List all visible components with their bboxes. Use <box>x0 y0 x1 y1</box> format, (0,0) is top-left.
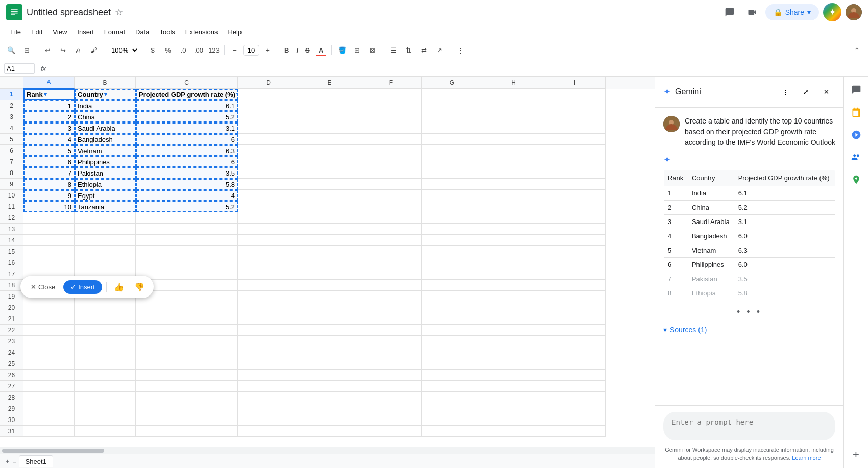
cell-d19[interactable] <box>238 291 299 302</box>
cell-b14[interactable] <box>75 235 136 246</box>
sheet-container[interactable]: A B C D E F G H I 1 Rank ▾ Country ▾ <box>0 77 655 447</box>
cell-i10[interactable] <box>544 190 606 201</box>
decrease-decimal-btn[interactable]: .0 <box>176 43 190 57</box>
sheets-menu-icon[interactable]: ≡ <box>13 457 17 465</box>
people-sidebar-btn[interactable] <box>847 148 865 166</box>
cell-d22[interactable] <box>238 325 299 336</box>
cell-c4[interactable]: 3.1 <box>136 122 238 134</box>
cell-i7[interactable] <box>544 156 606 167</box>
cell-h26[interactable] <box>483 370 544 381</box>
cell-f27[interactable] <box>360 381 422 392</box>
menu-help[interactable]: Help <box>224 26 246 38</box>
cell-d30[interactable] <box>238 414 299 426</box>
cell-h20[interactable] <box>483 302 544 313</box>
cell-d7[interactable] <box>238 156 299 167</box>
cell-f10[interactable] <box>360 190 422 201</box>
cell-h3[interactable] <box>483 111 544 122</box>
cell-a24[interactable] <box>23 347 75 358</box>
cell-g4[interactable] <box>422 122 483 134</box>
increase-font-btn[interactable]: + <box>260 43 275 57</box>
cell-d25[interactable] <box>238 358 299 370</box>
video-icon[interactable] <box>743 3 761 21</box>
cell-a20[interactable] <box>23 302 75 313</box>
cell-a4[interactable]: 3 <box>23 122 75 134</box>
cell-i9[interactable] <box>544 179 606 190</box>
cell-f22[interactable] <box>360 325 422 336</box>
col-header-h[interactable]: H <box>483 77 544 89</box>
star-icon[interactable]: ☆ <box>115 7 123 18</box>
cell-i23[interactable] <box>544 336 606 347</box>
cell-e11[interactable] <box>299 201 360 212</box>
cell-g12[interactable] <box>422 212 483 224</box>
cell-e30[interactable] <box>299 414 360 426</box>
cell-a5[interactable]: 4 <box>23 134 75 145</box>
cell-d31[interactable] <box>238 426 299 437</box>
cell-g10[interactable] <box>422 190 483 201</box>
cell-c30[interactable] <box>136 414 238 426</box>
cell-d11[interactable] <box>238 201 299 212</box>
prompt-input[interactable] <box>663 412 835 440</box>
cell-f7[interactable] <box>360 156 422 167</box>
cell-f13[interactable] <box>360 224 422 235</box>
cell-g5[interactable] <box>422 134 483 145</box>
cell-h2[interactable] <box>483 100 544 111</box>
cell-f2[interactable] <box>360 100 422 111</box>
cell-i14[interactable] <box>544 235 606 246</box>
cell-c25[interactable] <box>136 358 238 370</box>
cell-d9[interactable] <box>238 179 299 190</box>
cell-h13[interactable] <box>483 224 544 235</box>
cell-f18[interactable] <box>360 280 422 291</box>
cell-b9[interactable]: Ethiopia <box>75 179 136 190</box>
cell-i20[interactable] <box>544 302 606 313</box>
currency-btn[interactable]: $ <box>146 43 160 57</box>
horizontal-scrollbar[interactable] <box>0 447 655 454</box>
row-num-8[interactable]: 8 <box>0 167 23 179</box>
valign-btn[interactable]: ⇅ <box>402 43 416 57</box>
cell-i8[interactable] <box>544 167 606 179</box>
cell-h1[interactable] <box>483 89 544 100</box>
cell-g20[interactable] <box>422 302 483 313</box>
menu-edit[interactable]: Edit <box>27 26 46 38</box>
cell-a22[interactable] <box>23 325 75 336</box>
cell-e8[interactable] <box>299 167 360 179</box>
cell-h18[interactable] <box>483 280 544 291</box>
cell-a1[interactable]: Rank ▾ <box>23 89 75 100</box>
print-btn[interactable]: 🖨 <box>71 43 85 57</box>
cell-e5[interactable] <box>299 134 360 145</box>
italic-btn[interactable]: I <box>293 45 301 55</box>
add-sheet-icon[interactable]: ＋ <box>4 457 11 466</box>
cell-b26[interactable] <box>75 370 136 381</box>
cell-g19[interactable] <box>422 291 483 302</box>
cell-g31[interactable] <box>422 426 483 437</box>
cell-b25[interactable] <box>75 358 136 370</box>
cell-i30[interactable] <box>544 414 606 426</box>
gemini-close-button[interactable]: ✕ <box>817 83 835 101</box>
cell-h4[interactable] <box>483 122 544 134</box>
cell-f4[interactable] <box>360 122 422 134</box>
row-num-11[interactable]: 11 <box>0 201 23 212</box>
cell-f25[interactable] <box>360 358 422 370</box>
cell-h14[interactable] <box>483 235 544 246</box>
cell-b15[interactable] <box>75 246 136 257</box>
cell-i6[interactable] <box>544 145 606 156</box>
cell-e12[interactable] <box>299 212 360 224</box>
cell-e18[interactable] <box>299 280 360 291</box>
strikethrough-btn[interactable]: S <box>302 45 313 55</box>
search-toolbar-btn[interactable]: 🔍 <box>4 43 18 57</box>
row-num-2[interactable]: 2 <box>0 100 23 111</box>
align-btn[interactable]: ☰ <box>387 43 401 57</box>
cell-i21[interactable] <box>544 313 606 325</box>
row-num-12[interactable]: 12 <box>0 212 23 224</box>
cell-a13[interactable] <box>23 224 75 235</box>
undo-btn[interactable]: ↩ <box>40 43 55 57</box>
cell-c10[interactable]: 4 <box>136 190 238 201</box>
cell-b12[interactable] <box>75 212 136 224</box>
cell-f19[interactable] <box>360 291 422 302</box>
cell-g16[interactable] <box>422 257 483 268</box>
row-num-19[interactable]: 19 <box>0 291 23 302</box>
gemini-sidebar-btn[interactable] <box>847 126 865 144</box>
row-num-13[interactable]: 13 <box>0 224 23 235</box>
row-num-26[interactable]: 26 <box>0 370 23 381</box>
cell-h16[interactable] <box>483 257 544 268</box>
cell-i2[interactable] <box>544 100 606 111</box>
